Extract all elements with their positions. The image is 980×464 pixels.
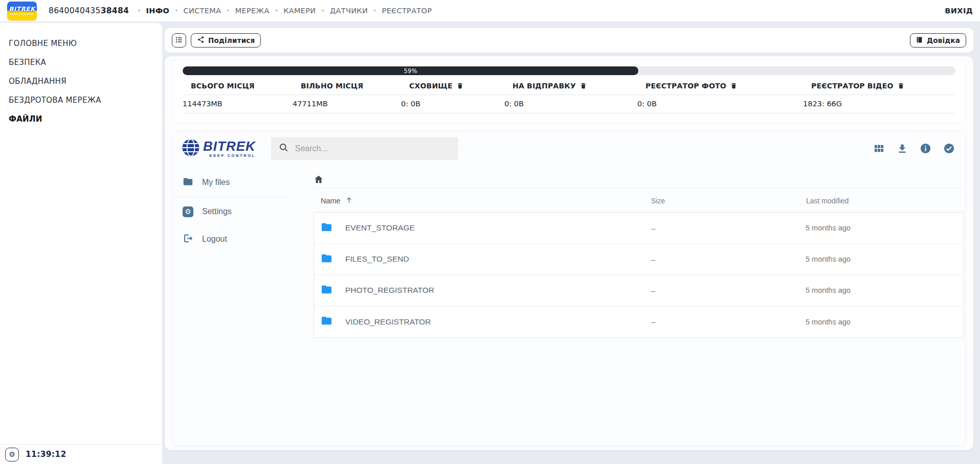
file-name: FILES_TO_SEND xyxy=(345,254,409,264)
sidebar-item-security[interactable]: БЕЗПЕКА xyxy=(0,53,162,72)
fm-nav-label: Settings xyxy=(202,207,232,216)
sidebar-item-wireless-network[interactable]: БЕЗДРОТОВА МЕРЕЖА xyxy=(0,90,162,109)
sidebar-footer: ⚙ 11:39:12 xyxy=(0,444,162,464)
nav-sensors[interactable]: ДАТЧИКИ xyxy=(330,7,368,15)
nav-separator: · xyxy=(321,7,324,15)
table-row[interactable]: VIDEO_REGISTRATOR – 5 months ago xyxy=(314,306,963,337)
download-icon[interactable] xyxy=(897,143,908,154)
help-button[interactable]: Довідка xyxy=(910,33,966,48)
nav-separator: · xyxy=(175,7,178,15)
nav-separator: · xyxy=(227,7,230,15)
table-row[interactable]: FILES_TO_SEND – 5 months ago xyxy=(314,244,963,275)
sidebar-item-main-menu[interactable]: ГОЛОВНЕ МЕНЮ xyxy=(0,34,162,53)
gear-icon: ⚙ xyxy=(9,450,15,458)
exit-link[interactable]: ВИХІД xyxy=(945,7,973,15)
trash-icon[interactable] xyxy=(898,82,904,89)
device-clock: 11:39:12 xyxy=(26,450,66,459)
trash-icon[interactable] xyxy=(730,82,737,89)
file-name: PHOTO_REGISTRATOR xyxy=(345,286,434,295)
bitrek-logo-subtext: KEEP CONTROL xyxy=(209,153,256,158)
file-size: – xyxy=(643,244,798,274)
home-icon[interactable] xyxy=(314,174,324,184)
share-button-label: Поділитися xyxy=(208,36,255,44)
nav-info[interactable]: ІНФО xyxy=(146,7,169,15)
table-row[interactable]: PHOTO_REGISTRATOR – 5 months ago xyxy=(314,275,963,306)
sort-up-icon xyxy=(345,196,353,205)
nav-network[interactable]: МЕРЕЖА xyxy=(235,7,270,15)
file-table: EVENT_STORAGE – 5 months ago FILES_TO_SE… xyxy=(314,212,964,338)
storage-col-registrator-video: РЕЄСТРАТОР ВІДЕО xyxy=(811,82,955,90)
list-view-button[interactable] xyxy=(172,33,186,48)
list-icon xyxy=(175,36,183,45)
storage-progress-bar: 59% xyxy=(183,66,955,75)
help-button-label: Довідка xyxy=(927,36,960,44)
file-modified: 5 months ago xyxy=(798,306,963,337)
fm-nav-label: My files xyxy=(202,178,230,187)
top-navbar: BITREK KEEP CONTROL 864004043538484 · ІН… xyxy=(0,0,980,22)
nav-separator: · xyxy=(373,7,376,15)
search-input[interactable] xyxy=(295,144,451,153)
fm-nav-label: Logout xyxy=(202,235,227,244)
grid-view-icon[interactable] xyxy=(873,143,885,154)
bitrek-globe-icon xyxy=(181,138,201,159)
info-icon[interactable] xyxy=(920,143,931,154)
fm-nav-settings[interactable]: ⚙ Settings xyxy=(173,198,289,225)
storage-value-free: 47711MB xyxy=(293,100,401,108)
file-size: – xyxy=(643,306,798,337)
file-size: – xyxy=(643,275,798,306)
page-toolbar: Поділитися Довідка xyxy=(165,28,973,53)
device-id-suffix: 38484 xyxy=(101,6,129,15)
device-id: 864004043538484 xyxy=(49,6,129,15)
trash-icon[interactable] xyxy=(457,82,463,89)
bitrek-logo-subtext: KEEP CONTROL xyxy=(10,13,34,15)
file-name: VIDEO_REGISTRATOR xyxy=(345,317,431,327)
file-modified: 5 months ago xyxy=(798,275,963,306)
nav-registrator[interactable]: РЕЄСТРАТОР xyxy=(382,7,432,15)
nav-cameras[interactable]: КАМЕРИ xyxy=(283,7,316,15)
column-header-size[interactable]: Size xyxy=(643,197,799,205)
sidebar-item-equipment[interactable]: ОБЛАДНАННЯ xyxy=(0,72,162,90)
fm-nav-logout[interactable]: Logout xyxy=(173,225,289,253)
nav-separator: · xyxy=(138,7,141,15)
check-icon[interactable] xyxy=(943,143,955,154)
main-sidebar: ГОЛОВНЕ МЕНЮ БЕЗПЕКА ОБЛАДНАННЯ БЕЗДРОТО… xyxy=(0,23,162,464)
storage-col-registrator-photo: РЕЄСТРАТОР ФОТО xyxy=(645,82,811,90)
search-box xyxy=(271,137,458,160)
device-id-prefix: 8640040435 xyxy=(49,6,101,15)
sidebar-item-files[interactable]: ФАЙЛИ xyxy=(0,109,162,128)
nav-system[interactable]: СИСТЕМА xyxy=(184,7,221,15)
storage-value-storage: 0: 0B xyxy=(401,100,504,108)
bitrek-flag-logo[interactable]: BITREK KEEP CONTROL xyxy=(7,2,37,20)
column-header-modified[interactable]: Last modified xyxy=(799,197,964,205)
bitrek-logo-text: BITREK xyxy=(9,6,35,12)
storage-value-registrator-photo: 0: 0B xyxy=(637,100,803,108)
storage-col-free: ВІЛЬНО МІСЦЯ xyxy=(301,82,409,90)
storage-progress-fill: 59% xyxy=(183,66,638,75)
share-button[interactable]: Поділитися xyxy=(191,33,261,48)
folder-icon xyxy=(321,284,332,297)
folder-icon xyxy=(321,221,332,235)
file-manager-actions xyxy=(873,143,955,154)
sidebar-menu: ГОЛОВНЕ МЕНЮ БЕЗПЕКА ОБЛАДНАННЯ БЕЗДРОТО… xyxy=(0,23,162,128)
bitrek-logo-text: BITREK xyxy=(203,140,256,153)
search-icon xyxy=(279,143,288,154)
top-nav: · ІНФО · СИСТЕМА · МЕРЕЖА · КАМЕРИ · ДАТ… xyxy=(132,7,432,15)
storage-col-to-send: НА ВІДПРАВКУ xyxy=(513,82,645,90)
divider xyxy=(173,197,289,197)
folder-icon xyxy=(321,252,332,266)
file-modified: 5 months ago xyxy=(798,244,963,274)
storage-summary-panel: 59% ВСЬОГО МІСЦЯ ВІЛЬНО МІСЦЯ СХОВИЩЕ НА… xyxy=(172,60,966,123)
settings-gear-button[interactable]: ⚙ xyxy=(5,448,19,461)
trash-icon[interactable] xyxy=(580,82,587,89)
storage-col-total: ВСЬОГО МІСЦЯ xyxy=(191,82,301,90)
book-icon xyxy=(916,36,923,45)
folder-icon xyxy=(321,315,332,329)
table-row[interactable]: EVENT_STORAGE – 5 months ago xyxy=(314,213,963,244)
file-manager-body: My files ⚙ Settings Logout xyxy=(173,166,965,446)
file-manager: BITREK KEEP CONTROL xyxy=(172,131,966,446)
column-header-name[interactable]: Name xyxy=(314,196,643,205)
folder-icon xyxy=(183,176,193,189)
fm-nav-my-files[interactable]: My files xyxy=(173,169,289,196)
breadcrumb xyxy=(314,171,964,188)
logout-icon xyxy=(183,233,193,246)
